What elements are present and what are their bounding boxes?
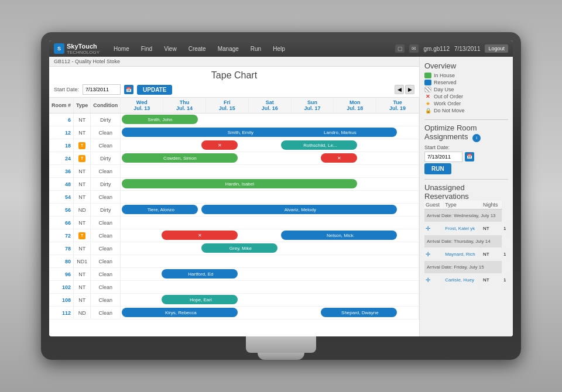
col-condition: Condition xyxy=(91,98,121,114)
unassigned-guest-row: ✛Maynard, RichNT1 xyxy=(424,247,508,260)
reservation-bar[interactable]: Alvariz, Melody xyxy=(201,205,397,214)
room-number[interactable]: 54 xyxy=(49,191,74,204)
prev-arrow[interactable]: ◀ xyxy=(395,85,404,94)
legend-dayuse-label: Day Use xyxy=(434,87,454,92)
room-type: T xyxy=(74,152,91,165)
room-condition: Clean xyxy=(91,268,121,281)
room-number[interactable]: 12 xyxy=(49,126,74,139)
legend-dayuse: Day Use xyxy=(424,87,508,92)
optimize-calendar-icon[interactable]: 📅 xyxy=(465,152,474,161)
logo-text: SkyTouch xyxy=(67,43,100,50)
unassigned-guest-row: ✛Carlisle, HueyNT1 xyxy=(424,273,508,286)
reservation-bar[interactable]: Smith, John xyxy=(122,115,198,124)
move-icon-cell[interactable]: ✛ xyxy=(424,273,444,286)
move-icon-cell[interactable]: ✛ xyxy=(424,247,444,260)
days-cell xyxy=(121,281,419,294)
next-arrow[interactable]: ▶ xyxy=(405,85,414,94)
room-number[interactable]: 24 xyxy=(49,152,74,165)
days-cell xyxy=(121,216,419,229)
nav-find[interactable]: Find xyxy=(139,44,155,53)
nav-create[interactable]: Create xyxy=(186,44,208,53)
legend-reserved: Reserved xyxy=(424,80,508,85)
days-cell: Smith, John xyxy=(121,114,419,126)
reservation-bar[interactable]: Nelson, Mick xyxy=(281,231,397,240)
room-number[interactable]: 18 xyxy=(49,139,74,152)
guest-nights: 1 xyxy=(502,222,508,235)
nav-view[interactable]: View xyxy=(162,44,179,53)
reservation-bar[interactable]: Tiere, Alonzo xyxy=(122,205,198,214)
col-wed: WedJul. 13 xyxy=(121,98,163,114)
room-number[interactable]: 48 xyxy=(49,178,74,191)
room-condition: Clean xyxy=(91,307,121,319)
logout-button[interactable]: Logout xyxy=(485,44,508,53)
room-number[interactable]: 66 xyxy=(49,216,74,229)
guest-name[interactable]: Maynard, Rich xyxy=(444,247,482,260)
nav-run[interactable]: Run xyxy=(248,44,263,53)
start-date-input[interactable] xyxy=(83,84,121,95)
type-badge: T xyxy=(78,232,85,239)
room-number[interactable]: 112 xyxy=(49,307,74,319)
room-type: NT xyxy=(74,191,91,204)
room-number[interactable]: 56 xyxy=(49,204,74,216)
days-cell: Grey, Mike xyxy=(121,242,419,255)
days-cell: Hardin, Isabel xyxy=(121,178,419,191)
reservation-bar[interactable]: Rothschild, Le... xyxy=(281,140,357,150)
ucol-nights: Nights xyxy=(482,201,502,209)
reservation-bar[interactable]: ✕ xyxy=(321,153,357,163)
room-number[interactable]: 6 xyxy=(49,114,74,126)
reservation-bar[interactable]: Landro, Markus xyxy=(281,128,397,137)
days-cell: Smith, EmilyLandro, Markus xyxy=(121,126,419,139)
arrival-date-row: Arrival Date: Thursday, July 14 xyxy=(424,235,502,247)
nav-home[interactable]: Home xyxy=(111,44,132,53)
room-type: NT xyxy=(74,165,91,178)
arrival-date-row: Arrival Date: Wednesday, July 13 xyxy=(424,209,502,222)
move-icon[interactable]: ✛ xyxy=(426,225,430,232)
days-cell xyxy=(121,191,419,204)
lock-icon: 🔒 xyxy=(424,108,431,114)
reservation-bar[interactable]: Hardin, Isabel xyxy=(122,179,357,188)
reservation-bar[interactable]: Grey, Mike xyxy=(201,243,277,253)
optimize-section: Optimize Room Assignments i Start Date: … xyxy=(424,119,508,174)
reservation-bar[interactable]: Kirys, Rebecca xyxy=(122,308,238,317)
room-number[interactable]: 36 xyxy=(49,165,74,178)
move-icon-cell[interactable]: ✛ xyxy=(424,222,444,235)
room-number[interactable]: 108 xyxy=(49,294,74,307)
room-number[interactable]: 102 xyxy=(49,281,74,294)
reservation-bar[interactable]: Shepard, Dwayne xyxy=(321,308,397,317)
room-condition: Clean xyxy=(91,165,121,178)
room-type: NT xyxy=(74,242,91,255)
reservation-bar[interactable]: Hartford, Ed xyxy=(162,269,238,278)
chart-title: Tape Chart xyxy=(49,67,419,82)
room-number[interactable]: 80 xyxy=(49,255,74,268)
room-number[interactable]: 72 xyxy=(49,229,74,242)
room-type: NT xyxy=(74,268,91,281)
reservation-bar[interactable]: Hope, Earl xyxy=(162,295,238,304)
nav-manage[interactable]: Manage xyxy=(215,44,241,53)
update-button[interactable]: UPDATE xyxy=(137,85,172,95)
room-condition: Dirty xyxy=(91,204,121,216)
table-row: 108NTCleanHope, Earl xyxy=(49,294,419,307)
move-icon[interactable]: ✛ xyxy=(426,277,430,283)
room-type: NT xyxy=(74,178,91,191)
room-number[interactable]: 78 xyxy=(49,242,74,255)
run-button[interactable]: RUN xyxy=(424,163,451,174)
unassigned-guest-row: ✛Frost, Katel ykNT1 xyxy=(424,222,508,235)
room-number[interactable]: 96 xyxy=(49,268,74,281)
calendar-icon[interactable]: 📅 xyxy=(124,85,133,94)
optimize-date-input[interactable] xyxy=(424,152,462,162)
room-type: ND xyxy=(74,307,91,319)
right-sidebar: Overview In House Reserved Day Use ✕ xyxy=(419,57,513,336)
reservation-bar[interactable]: ✕ xyxy=(201,140,238,150)
nav-date: 7/13/2011 xyxy=(454,46,481,52)
breadcrumb: GB112 - Quality Hotel Stoke xyxy=(49,57,419,67)
move-icon[interactable]: ✛ xyxy=(426,251,430,257)
legend-green-box xyxy=(424,73,431,78)
guest-name[interactable]: Carlisle, Huey xyxy=(444,273,482,286)
table-row: 18TClean✕Rothschild, Le... xyxy=(49,139,419,152)
nav-help[interactable]: Help xyxy=(270,44,287,53)
monitor-icon: ▢ xyxy=(395,44,405,53)
reservation-bar[interactable]: Cowden, Simon xyxy=(122,153,238,163)
guest-name[interactable]: Frost, Katel yk xyxy=(444,222,482,235)
reservation-bar[interactable]: ✕ xyxy=(162,231,238,240)
overview-section: Overview In House Reserved Day Use ✕ xyxy=(424,61,508,115)
